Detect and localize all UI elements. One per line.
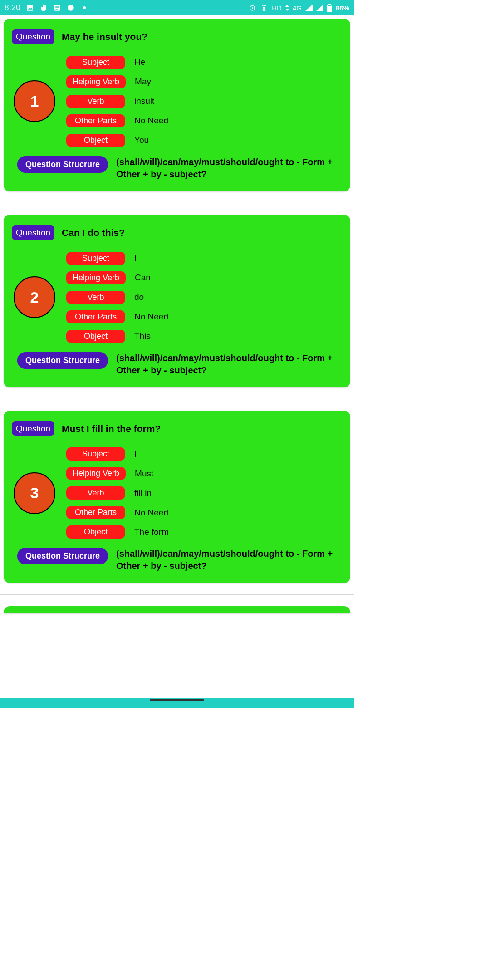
value-verb: insult — [134, 96, 154, 106]
label-verb: Verb — [66, 95, 125, 108]
value-other-parts: No Need — [134, 508, 168, 518]
value-object: This — [134, 331, 151, 341]
label-other-parts: Other Parts — [66, 114, 125, 127]
structure-text: (shall/will)/can/may/must/should/ought t… — [116, 156, 342, 181]
label-object: Object — [66, 525, 125, 539]
dot-icon — [83, 6, 86, 9]
label-subject: Subject — [66, 56, 125, 69]
battery-icon — [327, 4, 332, 12]
svg-marker-10 — [285, 5, 289, 7]
question-card: Question Can I do this? 2 Subject I Help… — [4, 215, 350, 387]
status-network: 4G — [293, 4, 302, 12]
card-number: 1 — [14, 80, 55, 122]
signal-icon — [305, 5, 313, 11]
question-card: Question May he insult you? 1 Subject He… — [4, 19, 350, 191]
svg-rect-14 — [328, 4, 331, 5]
svg-point-6 — [68, 5, 74, 11]
breakdown-rows: Subject He Helping Verb May Verb insult … — [66, 56, 168, 147]
android-nav-bar — [0, 698, 354, 708]
card-number: 3 — [14, 472, 55, 514]
divider — [0, 399, 354, 399]
label-helping-verb: Helping Verb — [66, 75, 126, 88]
row-other-parts: Other Parts No Need — [66, 114, 168, 127]
question-card: Question Must I fill in the form? 3 Subj… — [4, 411, 350, 583]
structure-badge: Question Strucrure — [17, 548, 108, 564]
value-helping-verb: May — [135, 77, 151, 87]
value-helping-verb: Must — [135, 469, 153, 479]
spacer — [0, 15, 354, 19]
row-subject: Subject He — [66, 56, 168, 69]
label-subject: Subject — [66, 252, 125, 265]
value-object: The form — [134, 527, 169, 537]
structure-text: (shall/will)/can/may/must/should/ought t… — [116, 548, 342, 572]
label-helping-verb: Helping Verb — [66, 271, 126, 284]
svg-point-7 — [83, 6, 86, 9]
label-other-parts: Other Parts — [66, 310, 125, 323]
row-object: Object You — [66, 134, 168, 147]
svg-marker-11 — [285, 9, 289, 11]
label-verb: Verb — [66, 486, 125, 500]
label-object: Object — [66, 330, 125, 343]
svg-rect-4 — [55, 7, 59, 8]
svg-point-9 — [264, 7, 265, 9]
row-other-parts: Other Parts No Need — [66, 310, 168, 323]
svg-marker-12 — [305, 5, 313, 11]
status-clock: 8:20 — [5, 3, 20, 12]
status-battery-pct: 86% — [336, 4, 349, 12]
home-indicator[interactable] — [150, 699, 204, 701]
data-arrows-icon — [285, 5, 289, 11]
status-left: 8:20 — [5, 3, 86, 12]
row-helping-verb: Helping Verb Must — [66, 467, 169, 480]
row-verb: Verb do — [66, 291, 168, 304]
value-subject: I — [134, 253, 137, 263]
row-subject: Subject I — [66, 447, 169, 461]
status-bar: 8:20 HD 4G — [0, 0, 354, 15]
value-subject: I — [134, 449, 137, 459]
status-hd: HD — [272, 4, 282, 12]
label-object: Object — [66, 134, 125, 147]
label-verb: Verb — [66, 291, 125, 304]
question-badge: Question — [12, 225, 54, 240]
svg-rect-5 — [55, 9, 58, 10]
label-helping-verb: Helping Verb — [66, 467, 126, 480]
question-badge: Question — [12, 421, 54, 436]
question-text: Can I do this? — [62, 225, 125, 239]
value-other-parts: No Need — [134, 116, 168, 126]
row-subject: Subject I — [66, 252, 168, 265]
value-other-parts: No Need — [134, 312, 168, 322]
divider — [0, 594, 354, 595]
row-helping-verb: Helping Verb Can — [66, 271, 168, 284]
structure-text: (shall/will)/can/may/must/should/ought t… — [116, 352, 342, 377]
value-verb: fill in — [134, 488, 152, 498]
picture-icon — [26, 4, 34, 12]
question-text: Must I fill in the form? — [62, 421, 161, 435]
svg-marker-13 — [316, 5, 323, 11]
row-object: Object This — [66, 330, 168, 343]
label-other-parts: Other Parts — [66, 506, 125, 519]
svg-rect-16 — [328, 5, 331, 6]
svg-rect-0 — [27, 5, 33, 11]
next-card-peek — [4, 606, 350, 613]
status-right: HD 4G 86% — [248, 4, 349, 12]
label-subject: Subject — [66, 447, 125, 461]
value-subject: He — [134, 57, 145, 67]
value-helping-verb: Can — [135, 273, 151, 283]
alarm-icon — [248, 4, 256, 12]
row-helping-verb: Helping Verb May — [66, 75, 168, 88]
content-scroll[interactable]: Question May he insult you? 1 Subject He… — [0, 19, 354, 695]
svg-rect-3 — [55, 6, 59, 7]
question-text: May he insult you? — [62, 29, 147, 43]
hand-icon — [39, 4, 48, 12]
hotspot-icon — [260, 4, 268, 12]
breakdown-rows: Subject I Helping Verb Can Verb do Other… — [66, 252, 168, 343]
circle-icon — [67, 4, 75, 12]
row-other-parts: Other Parts No Need — [66, 506, 169, 519]
divider — [0, 203, 354, 203]
signal-icon-2 — [316, 5, 323, 11]
structure-badge: Question Strucrure — [17, 352, 108, 369]
row-verb: Verb fill in — [66, 486, 169, 500]
structure-badge: Question Strucrure — [17, 156, 108, 173]
row-verb: Verb insult — [66, 95, 168, 108]
document-icon — [53, 4, 61, 12]
value-object: You — [134, 135, 149, 145]
